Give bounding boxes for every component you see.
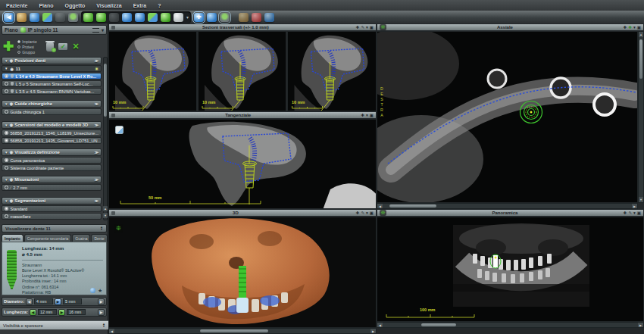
axial-vscrollbar[interactable]: ▲ ▼ (638, 31, 644, 203)
maximize-icon[interactable]: ▣ (370, 113, 374, 117)
collapse-icon[interactable]: ▼ (5, 67, 8, 70)
tab-guaina[interactable]: Guaina (72, 234, 90, 242)
protect-plan-icon[interactable] (68, 13, 78, 22)
info-icon[interactable] (90, 288, 95, 293)
three-d-view[interactable]: ❊ (108, 217, 377, 328)
move-object-icon[interactable]: ✚ (194, 13, 204, 22)
maximize-icon[interactable]: ▣ (637, 211, 641, 215)
section-posizioni-denti[interactable]: ▼ ◉ Posizioni denti ≫ (2, 57, 102, 64)
add-secondary-part-icon[interactable] (96, 13, 106, 22)
pencil-icon[interactable]: ✎ (361, 211, 364, 215)
collapse-icon[interactable]: ▼ (5, 102, 8, 106)
curve-tool-icon[interactable] (109, 13, 119, 22)
axial-view-header[interactable]: ❊ Assiale ✚✚▾▣ (377, 23, 644, 31)
three-d-hscrollbar[interactable]: ◀ ▶ (108, 328, 377, 334)
screw-tool-icon[interactable] (252, 13, 261, 22)
scrollbar-thumb[interactable] (421, 323, 456, 326)
tab-impianto[interactable]: Impianto (2, 234, 23, 242)
scroll-down-icon[interactable]: ▼ (103, 213, 108, 218)
spin-down-icon[interactable]: ▼ (102, 326, 105, 327)
add-fixation-screw-icon[interactable] (161, 13, 170, 22)
tree-view-icon[interactable] (220, 13, 230, 22)
length-up-button[interactable]: ▶ (58, 309, 65, 316)
add-option-protesi[interactable]: Protesi (17, 45, 36, 49)
maximize-icon[interactable]: ▣ (370, 25, 374, 30)
collapse-icon[interactable]: ▼ (5, 123, 8, 127)
eye-icon[interactable]: ◉ (9, 123, 13, 127)
segmentation-row[interactable]: mascellare (2, 213, 102, 220)
transversal-view-header[interactable]: Sezioni trasversali (+/- 1.0 mm) ✚✎▾▣ (108, 23, 377, 31)
scroll-right-icon[interactable]: ▶ (370, 329, 376, 333)
volume-icon[interactable] (207, 13, 217, 22)
chevron-double-down-icon[interactable]: ≫ (95, 150, 98, 155)
axial-view[interactable]: DESTRA (377, 31, 638, 203)
add-object-button[interactable]: ✚ (3, 40, 14, 53)
tangential-view-header[interactable]: Tangenziale ✚▾▣ (108, 111, 377, 119)
tooth-group-row[interactable]: ▼ ◉ 11 ✳ (2, 65, 102, 72)
menu-visualizza[interactable]: Visualizza (96, 3, 121, 8)
menu-piano[interactable]: Piano (39, 3, 53, 8)
add-option-impianto[interactable]: Impianto (17, 39, 36, 44)
segmentation-seed-icon[interactable]: ❊ (114, 224, 123, 233)
orientation-cube-icon[interactable] (115, 126, 123, 134)
scroll-up-icon[interactable]: ▲ (639, 32, 643, 37)
scroll-left-icon[interactable]: ◀ (109, 329, 114, 333)
diameter-up-button[interactable]: ▶ (55, 298, 61, 305)
back-icon[interactable]: ◀ (4, 13, 14, 22)
menu-paziente[interactable]: Paziente (6, 3, 27, 8)
scan-row[interactable]: 56858_20191213_1546_L18199_Unsectione... (2, 130, 102, 136)
chevron-down-icon[interactable]: ▾ (366, 211, 368, 215)
sidebar-scrollbar[interactable]: ▲ ▼ (103, 57, 108, 220)
pencil-icon[interactable]: ✎ (628, 211, 632, 215)
section-guide-chirurgiche[interactable]: ▼ ◉ Guide chirurgiche ≫ (2, 100, 102, 108)
pencil-icon[interactable]: ✎ (361, 25, 364, 30)
chevron-double-down-icon[interactable]: ≫ (95, 198, 98, 203)
block-tool-icon[interactable] (264, 13, 274, 22)
add-option-gruppo[interactable]: Gruppo (17, 50, 36, 55)
scroll-up-icon[interactable]: ▲ (103, 206, 108, 211)
plan-check-icon[interactable] (30, 13, 39, 22)
add-sleeve-icon[interactable] (122, 13, 132, 22)
display-row[interactable]: Curva panoramica (2, 157, 102, 164)
scroll-down-icon[interactable]: ▼ (639, 197, 643, 202)
scrollbar-thumb[interactable] (200, 329, 268, 332)
scan-row[interactable]: 56858_20191213_1435_Giovanni_LD751_UN... (2, 137, 102, 144)
more-implants-icon[interactable]: ▾ (186, 14, 189, 20)
add-sleeve-alt-icon[interactable] (135, 13, 145, 22)
diameter-next-icon[interactable]: ▶ (98, 298, 105, 305)
maximize-icon[interactable]: ▣ (637, 25, 641, 30)
plan-copy-icon[interactable] (42, 13, 52, 22)
collapse-icon[interactable]: ▼ (5, 199, 8, 203)
visibility-all-icon[interactable]: ✳ (95, 67, 98, 71)
transversal-slice-2[interactable]: 10 mm (198, 31, 286, 111)
zoom-plus-icon[interactable]: ✚ (628, 25, 632, 30)
diameter-min-value[interactable]: 4 mm (34, 298, 53, 304)
plan-menu-icon[interactable] (92, 28, 99, 33)
pin-icon[interactable]: ✚ (356, 211, 360, 215)
tab-componente-secondaria[interactable]: Componente secondaria (24, 234, 71, 242)
panoramic-view[interactable]: 100 mm (377, 217, 644, 322)
length-min-value[interactable]: 12 mm (38, 309, 57, 315)
implant-row[interactable]: L 5 ⌀ 5 Straumann Straumann Self-Loc... (2, 80, 102, 87)
close-plan-button[interactable]: ✕ (72, 42, 79, 52)
chevron-double-down-icon[interactable]: ≫ (95, 58, 98, 63)
chevron-down-icon[interactable]: ▾ (366, 113, 368, 117)
chevron-double-down-icon[interactable]: ≫ (95, 177, 98, 182)
menu-help[interactable]: ? (158, 3, 161, 8)
panoramic-hscrollbar[interactable]: ◀ ▶ (377, 322, 644, 328)
tab-dente[interactable]: Dente (91, 234, 107, 242)
display-row[interactable]: Sistema coordinate paziente (2, 164, 102, 171)
validate-plan-button[interactable]: ✓ (58, 42, 68, 51)
segmentation-seed-icon[interactable]: ❊ (380, 24, 386, 30)
plan-bar[interactable]: Piano IP singolo 11 ▾ (2, 25, 107, 35)
section-scansioni[interactable]: ▼ ◉ Scansioni del modello e modelli 3D ≫ (2, 121, 102, 129)
transversal-slice-3[interactable]: 10 mm (287, 31, 377, 111)
chevron-down-icon[interactable]: ▾ (633, 25, 636, 30)
scrollbar-thumb[interactable] (639, 39, 642, 79)
section-segmentazioni[interactable]: ▼ ◉ Segmentazioni ≫ (2, 197, 102, 204)
pin-icon[interactable]: ✚ (624, 211, 627, 215)
eye-icon[interactable]: ◉ (9, 101, 13, 106)
eye-icon[interactable]: ◉ (9, 58, 13, 63)
axial-hscrollbar[interactable]: ◀ ▶ (377, 203, 638, 209)
implant-row[interactable]: L 3.5 ⌀ 4.5 Straumann RN/WN Variobas... (2, 88, 102, 95)
